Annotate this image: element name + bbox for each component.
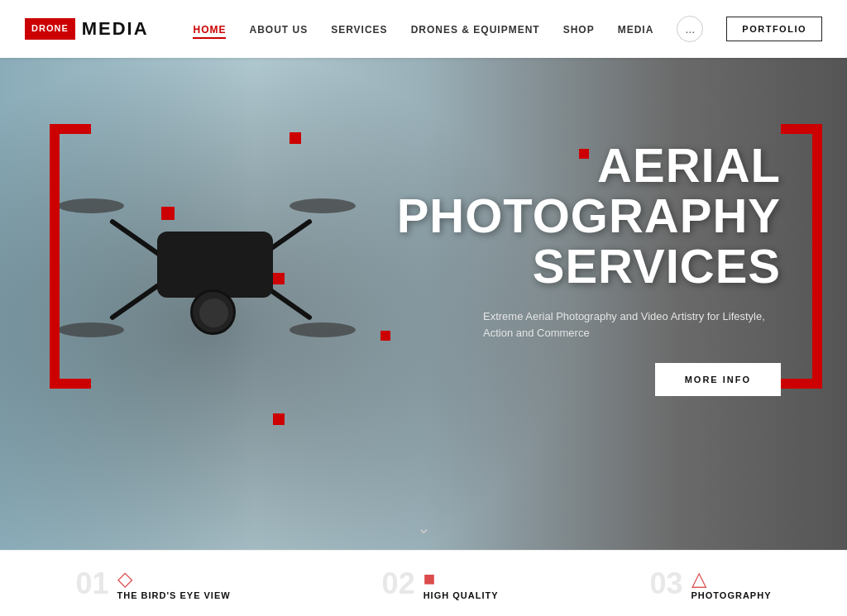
nav-link-services[interactable]: SERVICES — [331, 24, 387, 36]
bottom-item-3: 03 △ PHOTOGRAPHY — [649, 567, 771, 600]
red-square-3 — [273, 273, 285, 284]
drone-prop-tr — [290, 198, 356, 213]
red-square-1 — [290, 132, 301, 144]
hero-background: AERIAL PHOTOGRAPHY SERVICES Extreme Aeri… — [0, 58, 847, 550]
nav-more-dots[interactable]: ... — [677, 16, 703, 42]
bottom-item-2: 02 ■ HIGH QUALITY — [382, 567, 499, 600]
nav-links: HOME ABOUT US SERVICES DRONES & EQUIPMEN… — [193, 16, 822, 42]
bottom-item-inner-2: ■ HIGH QUALITY — [424, 567, 499, 600]
nav-item-shop[interactable]: SHOP — [563, 21, 595, 36]
photography-icon: △ — [691, 567, 772, 590]
nav-link-home[interactable]: HOME — [193, 24, 226, 39]
hero-title-line2: SERVICES — [533, 239, 781, 293]
hero-content: AERIAL PHOTOGRAPHY SERVICES Extreme Aeri… — [384, 141, 781, 396]
drone-body — [157, 232, 273, 298]
red-square-5 — [273, 413, 285, 425]
bracket-right — [781, 124, 822, 389]
hero-subtitle: Extreme Aerial Photography and Video Art… — [483, 308, 781, 343]
nav-link-shop[interactable]: SHOP — [563, 24, 595, 36]
nav-item-services[interactable]: SERVICES — [331, 21, 387, 36]
quality-icon: ■ — [424, 567, 499, 590]
bird-eye-icon: ◇ — [117, 567, 231, 590]
logo-drone-box: DRONE — [25, 18, 75, 39]
hero-title: AERIAL PHOTOGRAPHY SERVICES — [384, 141, 781, 292]
bottom-num-3: 03 — [649, 569, 682, 599]
drone-prop-br — [290, 322, 356, 337]
logo: DRONE MEDIA — [25, 18, 149, 40]
bottom-label-2: HIGH QUALITY — [424, 590, 499, 600]
nav-item-drones[interactable]: DRONES & EQUIPMENT — [411, 21, 540, 36]
navbar: DRONE MEDIA HOME ABOUT US SERVICES DRONE… — [0, 0, 847, 58]
bottom-item-inner-3: △ PHOTOGRAPHY — [691, 567, 772, 600]
logo-media-text: MEDIA — [82, 18, 149, 40]
hero-section: AERIAL PHOTOGRAPHY SERVICES Extreme Aeri… — [0, 58, 847, 550]
bottom-num-1: 01 — [75, 569, 108, 599]
bottom-item-inner-1: ◇ THE BIRD'S EYE VIEW — [117, 567, 231, 600]
nav-item-about[interactable]: ABOUT US — [249, 21, 308, 36]
nav-link-about[interactable]: ABOUT US — [249, 24, 308, 36]
nav-link-media[interactable]: MEDIA — [618, 24, 654, 36]
bottom-label-3: PHOTOGRAPHY — [691, 590, 772, 600]
nav-more-button[interactable]: ... — [677, 16, 703, 42]
bottom-label-1: THE BIRD'S EYE VIEW — [117, 590, 231, 600]
drone-camera — [190, 289, 236, 335]
scroll-arrow[interactable]: ⌄ — [417, 518, 431, 537]
nav-link-drones[interactable]: DRONES & EQUIPMENT — [411, 24, 540, 36]
bottom-num-2: 02 — [382, 569, 415, 599]
red-square-2 — [161, 207, 175, 220]
hero-title-line1: AERIAL PHOTOGRAPHY — [397, 138, 781, 242]
nav-item-home[interactable]: HOME — [193, 21, 226, 36]
bracket-left — [50, 124, 91, 389]
bottom-item-1: 01 ◇ THE BIRD'S EYE VIEW — [75, 567, 230, 600]
hero-cta-button[interactable]: MORE INFO — [655, 363, 781, 396]
bottom-section: 01 ◇ THE BIRD'S EYE VIEW 02 ■ HIGH QUALI… — [0, 550, 847, 616]
nav-portfolio-button[interactable]: PORTFOLIO — [726, 17, 822, 41]
nav-item-media[interactable]: MEDIA — [618, 21, 654, 36]
